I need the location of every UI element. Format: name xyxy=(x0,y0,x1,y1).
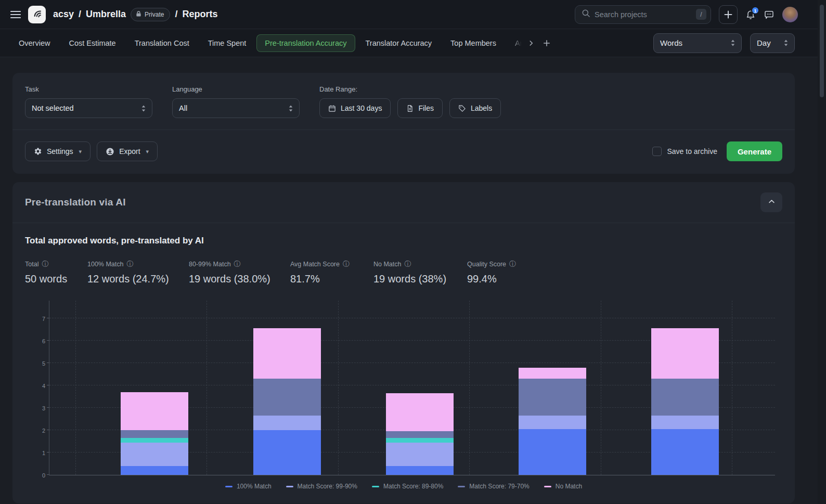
bar-group[interactable] xyxy=(519,368,586,475)
info-icon[interactable]: ⓘ xyxy=(42,260,48,269)
legend-color-dash xyxy=(458,486,465,487)
chart-title: Total approved words, pre-translated by … xyxy=(25,236,782,246)
add-tab-button[interactable] xyxy=(540,36,553,50)
labels-filter-button[interactable]: Labels xyxy=(449,98,501,118)
stat-value: 81.7% xyxy=(290,273,373,285)
bar-group[interactable] xyxy=(121,392,188,475)
legend-item[interactable]: Match Score: 79-70% xyxy=(458,483,529,490)
bar-segment[interactable] xyxy=(519,416,586,429)
y-axis-tick-label: 0 xyxy=(34,472,45,479)
hamburger-menu-icon[interactable] xyxy=(10,10,21,19)
info-icon[interactable]: ⓘ xyxy=(234,260,241,269)
y-axis-tick-mark xyxy=(47,318,49,318)
language-select[interactable]: All xyxy=(172,98,300,118)
y-axis-tick-mark xyxy=(47,385,49,385)
app-logo[interactable] xyxy=(28,6,46,23)
tab-pre-translation-accuracy[interactable]: Pre-translation Accuracy xyxy=(256,34,355,52)
legend-item[interactable]: Match Score: 89-80% xyxy=(372,483,443,490)
tab-translator-accuracy[interactable]: Translator Accuracy xyxy=(357,34,441,52)
stat-label: Quality Score xyxy=(467,261,506,268)
generate-button[interactable]: Generate xyxy=(727,141,782,161)
bar-segment[interactable] xyxy=(121,430,188,438)
unit-select-value: Words xyxy=(660,38,682,47)
stat-label: 100% Match xyxy=(87,261,123,268)
bar-segment[interactable] xyxy=(121,392,188,430)
tab-overview[interactable]: Overview xyxy=(10,34,58,52)
info-icon[interactable]: ⓘ xyxy=(126,260,133,269)
notifications-bell-icon[interactable]: 1 xyxy=(745,9,756,20)
bar-segment[interactable] xyxy=(519,429,586,475)
legend-item[interactable]: Match Score: 99-90% xyxy=(286,483,357,490)
legend-item[interactable]: 100% Match xyxy=(225,483,272,490)
bar-segment[interactable] xyxy=(651,328,719,379)
y-axis-tick-label: 4 xyxy=(34,383,45,389)
bar-group[interactable] xyxy=(386,393,454,475)
unit-select[interactable]: Words xyxy=(653,33,742,53)
search-box[interactable]: / xyxy=(575,5,711,24)
vertical-scrollbar[interactable] xyxy=(818,0,826,504)
breadcrumb-project[interactable]: Umbrella xyxy=(86,9,126,20)
y-axis-tick-mark xyxy=(47,407,49,408)
bar-segment[interactable] xyxy=(651,379,719,416)
settings-button-label: Settings xyxy=(47,147,73,156)
bar-group[interactable] xyxy=(651,328,719,475)
y-axis-tick-label: 3 xyxy=(34,405,45,411)
pre-translation-report-card: Pre-translation via AI Total approved wo… xyxy=(12,182,795,503)
bar-group[interactable] xyxy=(253,328,321,475)
legend-item[interactable]: No Match xyxy=(544,483,582,490)
bar-segment[interactable] xyxy=(253,430,321,475)
bar-segment[interactable] xyxy=(519,379,586,416)
tab-top-members[interactable]: Top Members xyxy=(442,34,505,52)
bar-segment[interactable] xyxy=(519,368,586,379)
gridline-vertical xyxy=(469,301,470,475)
bar-segment[interactable] xyxy=(386,466,454,475)
gridline-vertical xyxy=(206,301,207,475)
legend-label: Match Score: 79-70% xyxy=(469,483,529,490)
bar-segment[interactable] xyxy=(386,438,454,443)
stat-value: 19 words (38%) xyxy=(373,273,467,285)
user-avatar[interactable] xyxy=(782,7,798,22)
bar-segment[interactable] xyxy=(651,429,719,475)
bar-segment[interactable] xyxy=(253,328,321,379)
tab-cost-estimate[interactable]: Cost Estimate xyxy=(60,34,124,52)
tabs-scroll-right-button[interactable] xyxy=(524,36,538,50)
messages-icon[interactable] xyxy=(764,9,775,20)
bar-segment[interactable] xyxy=(121,443,188,466)
stat-quality-score: Quality Scoreⓘ 99.4% xyxy=(467,260,516,285)
tab-translation-cost[interactable]: Translation Cost xyxy=(126,34,198,52)
collapse-section-button[interactable] xyxy=(760,192,782,212)
bar-segment[interactable] xyxy=(386,443,454,466)
bar-segment[interactable] xyxy=(386,431,454,438)
stat-label: 80-99% Match xyxy=(189,261,231,268)
breadcrumb: acsy / Umbrella Private / Reports xyxy=(53,8,217,21)
scrollbar-thumb[interactable] xyxy=(820,5,824,97)
bar-segment[interactable] xyxy=(121,466,188,475)
info-icon[interactable]: ⓘ xyxy=(343,260,350,269)
task-select[interactable]: Not selected xyxy=(25,98,152,118)
y-axis-tick-label: 5 xyxy=(34,360,45,367)
date-range-button[interactable]: Last 30 days xyxy=(319,98,391,118)
tab-time-spent[interactable]: Time Spent xyxy=(200,34,255,52)
bar-segment[interactable] xyxy=(121,438,188,443)
main-content: Task Not selected Language All xyxy=(0,57,826,503)
export-button[interactable]: Export ▾ xyxy=(97,141,158,161)
create-project-button[interactable] xyxy=(719,5,738,24)
settings-button[interactable]: Settings ▾ xyxy=(25,141,91,161)
save-to-archive-checkbox[interactable] xyxy=(652,147,662,156)
y-axis-tick-label: 7 xyxy=(34,316,45,322)
bar-segment[interactable] xyxy=(651,416,719,429)
bar-segment[interactable] xyxy=(253,416,321,430)
breadcrumb-org[interactable]: acsy xyxy=(53,9,74,20)
files-filter-button[interactable]: Files xyxy=(397,98,443,118)
period-select[interactable]: Day xyxy=(750,33,795,53)
save-to-archive-option[interactable]: Save to archive xyxy=(652,147,717,156)
bar-segment[interactable] xyxy=(386,393,454,431)
stat-label: No Match xyxy=(373,261,402,268)
tab-truncated[interactable]: Ar xyxy=(507,34,523,52)
bar-segment[interactable] xyxy=(253,379,321,416)
info-icon[interactable]: ⓘ xyxy=(405,260,411,269)
info-icon[interactable]: ⓘ xyxy=(509,260,516,269)
select-updown-icon xyxy=(731,40,735,46)
search-input[interactable] xyxy=(595,10,692,19)
y-axis-tick-label: 1 xyxy=(34,450,45,456)
